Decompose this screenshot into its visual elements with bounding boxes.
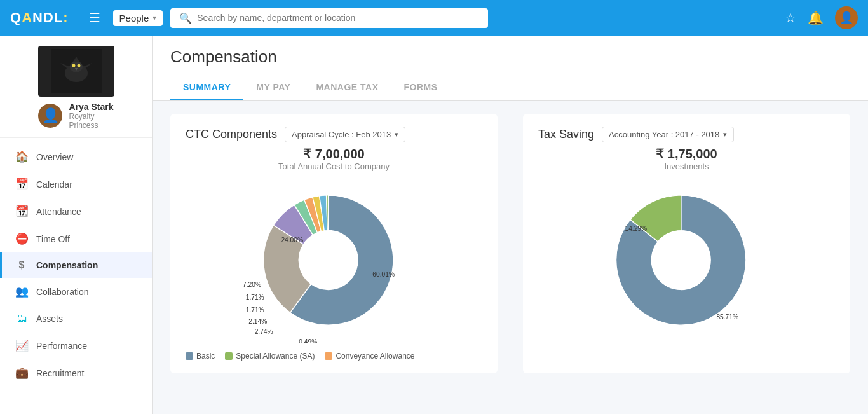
ctc-header: CTC Components Appraisal Cycle : Feb 201… <box>186 127 482 142</box>
taxsaving-dropdown-label: Accounting Year : 2017 - 2018 <box>609 130 719 139</box>
legend-dot-conveyance <box>325 352 332 360</box>
ctc-donut-chart: 24.00% 7.20% 1.71% 1.71% 2.14% 2.74% 0.4… <box>239 177 430 343</box>
svg-point-6 <box>72 64 75 67</box>
pct-171b: 1.71% <box>245 307 264 314</box>
tabs-bar: SUMMARY MY PAY MANAGE TAX FORMS <box>170 76 850 100</box>
collaboration-icon: 👥 <box>15 285 29 298</box>
legend-conveyance: Conveyance Allowance <box>325 352 414 361</box>
profile-header: 👤 Arya Stark Royalty Princess <box>0 36 152 138</box>
tab-managetax[interactable]: MANAGE TAX <box>303 76 391 100</box>
timeoff-icon: ⛔ <box>15 232 29 245</box>
star-icon[interactable]: ☆ <box>785 10 796 25</box>
sidebar-item-attendance[interactable]: 📆 Attendance <box>0 198 152 225</box>
taxsaving-chevron-icon: ▾ <box>723 130 727 139</box>
taxsaving-section: Tax Saving Accounting Year : 2017 - 2018… <box>523 114 850 373</box>
sidebar-label-timeoff: Time Off <box>36 234 70 244</box>
tax-pct-1429: 14.29% <box>625 225 647 232</box>
ctc-amount: ₹ 7,00,000 <box>186 146 482 162</box>
sidebar-label-performance: Performance <box>36 341 87 351</box>
ctc-dropdown-label: Appraisal Cycle : Feb 2013 <box>292 130 391 139</box>
taxsaving-center-info: ₹ 1,75,000 Investments <box>538 146 835 171</box>
search-input[interactable] <box>197 13 479 23</box>
pct-214: 2.14% <box>248 318 267 325</box>
page-header: Compensation SUMMARY MY PAY MANAGE TAX F… <box>153 36 868 101</box>
profile-banner <box>38 46 114 97</box>
nav-icons: ☆ 🔔 👤 <box>785 6 858 29</box>
main-content: Compensation SUMMARY MY PAY MANAGE TAX F… <box>153 36 868 414</box>
recruitment-icon: 💼 <box>15 366 29 380</box>
profile-info: 👤 Arya Stark Royalty Princess <box>38 102 113 130</box>
search-bar[interactable]: 🔍 <box>170 8 488 28</box>
svg-point-2 <box>70 61 83 72</box>
profile-banner-image <box>51 49 102 93</box>
legend-dot-sa <box>225 352 233 360</box>
svg-point-9 <box>299 231 358 290</box>
sidebar-item-overview[interactable]: 🏠 Overview <box>0 143 152 170</box>
home-icon: 🏠 <box>15 150 29 163</box>
legend-dot-basic <box>186 352 193 360</box>
svg-point-10 <box>651 231 710 290</box>
sidebar-item-compensation[interactable]: $ Compensation <box>0 252 152 278</box>
sidebar-item-collaboration[interactable]: 👥 Collaboration <box>0 278 152 305</box>
profile-role1: Royalty <box>69 112 113 121</box>
legend-label-conveyance: Conveyance Allowance <box>336 352 414 361</box>
profile-avatar: 👤 <box>38 104 62 128</box>
legend-label-basic: Basic <box>196 352 215 361</box>
profile-text: Arya Stark Royalty Princess <box>69 102 113 130</box>
pct-720: 7.20% <box>243 281 261 288</box>
search-icon: 🔍 <box>179 12 192 24</box>
legend-basic: Basic <box>186 352 215 361</box>
tab-summary[interactable]: SUMMARY <box>170 76 243 100</box>
ctc-chevron-icon: ▾ <box>395 130 398 139</box>
ctc-legend: Basic Special Allowance (SA) Conveyance … <box>186 352 482 361</box>
charts-row: CTC Components Appraisal Cycle : Feb 201… <box>170 114 850 373</box>
taxsaving-donut-chart: 14.29% 85.71% <box>592 177 782 343</box>
sidebar-label-attendance: Attendance <box>36 207 81 217</box>
page-title: Compensation <box>170 47 850 67</box>
sidebar-item-calendar[interactable]: 📅 Calendar <box>0 170 152 198</box>
taxsaving-sublabel: Investments <box>538 162 835 171</box>
legend-sa: Special Allowance (SA) <box>225 352 315 361</box>
pct-24: 24.00% <box>281 237 303 244</box>
sidebar-item-performance[interactable]: 📈 Performance <box>0 332 152 359</box>
attendance-icon: 📆 <box>15 205 29 218</box>
compensation-icon: $ <box>15 259 29 271</box>
ctc-section: CTC Components Appraisal Cycle : Feb 201… <box>170 114 498 373</box>
taxsaving-amount: ₹ 1,75,000 <box>538 146 835 162</box>
pct-274: 2.74% <box>254 328 273 335</box>
sidebar-label-recruitment: Recruitment <box>36 368 84 378</box>
bell-icon[interactable]: 🔔 <box>808 10 824 25</box>
calendar-icon: 📅 <box>15 177 29 191</box>
pct-171a: 1.71% <box>245 294 264 301</box>
sidebar-label-collaboration: Collaboration <box>36 287 89 297</box>
ctc-sublabel: Total Annual Cost to Company <box>186 162 482 171</box>
sidebar-label-calendar: Calendar <box>36 179 72 190</box>
pct-049: 0.49% <box>299 338 317 343</box>
sidebar-nav: 🏠 Overview 📅 Calendar 📆 Attendance ⛔ Tim… <box>0 138 152 392</box>
taxsaving-header: Tax Saving Accounting Year : 2017 - 2018… <box>538 127 835 142</box>
menu-button[interactable]: ☰ <box>84 8 105 28</box>
pct-6001: 60.01% <box>372 271 395 278</box>
sidebar-item-assets[interactable]: 🗂 Assets <box>0 305 152 332</box>
ctc-center-info: ₹ 7,00,000 Total Annual Cost to Company <box>186 146 482 171</box>
sidebar-label-assets: Assets <box>36 314 63 324</box>
taxsaving-donut-wrap: 14.29% 85.71% <box>538 177 835 343</box>
user-avatar[interactable]: 👤 <box>835 6 858 29</box>
sidebar-item-recruitment[interactable]: 💼 Recruitment <box>0 359 152 387</box>
profile-role2: Princess <box>69 121 113 130</box>
sidebar-label-overview: Overview <box>36 152 73 162</box>
ctc-dropdown[interactable]: Appraisal Cycle : Feb 2013 ▾ <box>285 127 405 142</box>
profile-name: Arya Stark <box>69 102 113 112</box>
chevron-down-icon: ▾ <box>153 13 156 22</box>
performance-icon: 📈 <box>15 339 29 352</box>
people-dropdown[interactable]: People ▾ <box>113 10 163 26</box>
assets-icon: 🗂 <box>15 312 29 325</box>
dropdown-label: People <box>119 13 149 24</box>
main-layout: 👤 Arya Stark Royalty Princess 🏠 Overview… <box>0 36 868 414</box>
tab-forms[interactable]: FORMS <box>391 76 451 100</box>
taxsaving-dropdown[interactable]: Accounting Year : 2017 - 2018 ▾ <box>602 127 734 142</box>
tab-mypay[interactable]: MY PAY <box>243 76 303 100</box>
app-logo: QANDL: <box>10 10 69 26</box>
ctc-donut-wrap: 24.00% 7.20% 1.71% 1.71% 2.14% 2.74% 0.4… <box>186 177 482 343</box>
sidebar-item-timeoff[interactable]: ⛔ Time Off <box>0 225 152 252</box>
